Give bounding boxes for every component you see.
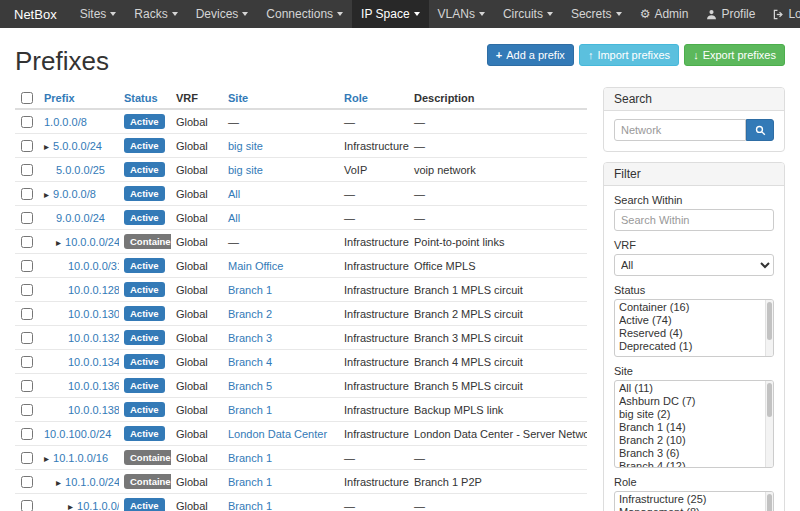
nav-item-logout[interactable]: Log out bbox=[764, 0, 800, 28]
description-cell: Point-to-point links bbox=[409, 230, 587, 254]
prefix-cell: ▸9.0.0.0/8 bbox=[39, 182, 119, 206]
prefix-link[interactable]: 10.0.0.128/31 bbox=[68, 284, 119, 296]
filter-option[interactable]: Reserved (4) bbox=[619, 327, 763, 340]
site-link[interactable]: big site bbox=[228, 140, 263, 152]
row-checkbox[interactable] bbox=[21, 308, 33, 320]
column-header-description: Description bbox=[409, 87, 587, 109]
row-checkbox[interactable] bbox=[21, 164, 33, 176]
row-checkbox[interactable] bbox=[21, 476, 33, 488]
column-header-site[interactable]: Site bbox=[223, 87, 339, 109]
prefix-link[interactable]: 10.0.0.132/31 bbox=[68, 332, 119, 344]
row-checkbox[interactable] bbox=[21, 140, 33, 152]
prefix-link[interactable]: 5.0.0.0/25 bbox=[56, 164, 105, 176]
row-checkbox[interactable] bbox=[21, 236, 33, 248]
row-checkbox[interactable] bbox=[21, 404, 33, 416]
nav-item-sites[interactable]: Sites bbox=[71, 0, 126, 28]
prefix-link[interactable]: 1.0.0.0/8 bbox=[44, 116, 87, 128]
filter-option[interactable]: Branch 4 (12) bbox=[619, 460, 763, 468]
nav-item-ip-space[interactable]: IP Space bbox=[352, 0, 428, 28]
filter-option[interactable]: Infrastructure (25) bbox=[619, 493, 763, 506]
export-prefixes-button[interactable]: ↓Export prefixes bbox=[684, 44, 785, 66]
row-checkbox[interactable] bbox=[21, 188, 33, 200]
site-link[interactable]: Branch 1 bbox=[228, 476, 272, 488]
table-row: ▸10.1.0.0/24ContainerGlobalBranch 1Infra… bbox=[15, 470, 587, 494]
site-link[interactable]: Branch 3 bbox=[228, 332, 272, 344]
row-checkbox[interactable] bbox=[21, 284, 33, 296]
column-header-status[interactable]: Status bbox=[119, 87, 171, 109]
nav-item-vlans[interactable]: VLANs bbox=[429, 0, 494, 28]
prefix-link[interactable]: 10.0.0.138/31 bbox=[68, 404, 119, 416]
search-button[interactable] bbox=[746, 119, 774, 141]
prefix-link[interactable]: 9.0.0.0/8 bbox=[53, 188, 96, 200]
site-link[interactable]: Branch 1 bbox=[228, 404, 272, 416]
prefix-cell: 10.0.0.130/31 bbox=[39, 302, 119, 326]
role-scrollbar[interactable] bbox=[765, 492, 773, 511]
add-a-prefix-button[interactable]: +Add a prefix bbox=[487, 44, 574, 66]
filter-option[interactable]: big site (2) bbox=[619, 408, 763, 421]
prefix-link[interactable]: 10.0.0.0/24 bbox=[65, 236, 119, 248]
site-link[interactable]: All bbox=[228, 212, 240, 224]
role-listbox[interactable]: Infrastructure (25)Management (8)Private… bbox=[614, 491, 774, 511]
row-checkbox[interactable] bbox=[21, 380, 33, 392]
search-within-input[interactable] bbox=[614, 209, 774, 231]
filter-option[interactable]: Container (16) bbox=[619, 301, 763, 314]
prefix-link[interactable]: 10.1.0.0/24 bbox=[65, 476, 119, 488]
nav-item-secrets[interactable]: Secrets bbox=[562, 0, 631, 28]
filter-option[interactable]: Deprecated (1) bbox=[619, 340, 763, 353]
row-checkbox[interactable] bbox=[21, 116, 33, 128]
prefix-link[interactable]: 5.0.0.0/24 bbox=[53, 140, 102, 152]
prefix-link[interactable]: 10.0.0.134/31 bbox=[68, 356, 119, 368]
site-link[interactable]: Main Office bbox=[228, 260, 283, 272]
site-link[interactable]: Branch 4 bbox=[228, 356, 272, 368]
search-input[interactable] bbox=[614, 119, 746, 141]
prefix-link[interactable]: 10.0.0.130/31 bbox=[68, 308, 119, 320]
status-scrollbar[interactable] bbox=[765, 300, 773, 356]
row-checkbox[interactable] bbox=[21, 332, 33, 344]
row-checkbox[interactable] bbox=[21, 260, 33, 272]
site-link[interactable]: Branch 2 bbox=[228, 308, 272, 320]
site-scrollbar[interactable] bbox=[765, 381, 773, 467]
vrf-select[interactable]: All bbox=[614, 254, 774, 276]
select-all-checkbox[interactable] bbox=[21, 92, 33, 104]
nav-item-circuits[interactable]: Circuits bbox=[494, 0, 562, 28]
row-checkbox[interactable] bbox=[21, 212, 33, 224]
status-badge: Active bbox=[124, 114, 165, 129]
nav-item-connections[interactable]: Connections bbox=[257, 0, 352, 28]
site-link[interactable]: Branch 1 bbox=[228, 452, 272, 464]
column-header-role[interactable]: Role bbox=[339, 87, 409, 109]
status-listbox[interactable]: Container (16)Active (74)Reserved (4)Dep… bbox=[614, 299, 774, 357]
prefix-link[interactable]: 10.1.0.0/16 bbox=[53, 452, 108, 464]
row-checkbox[interactable] bbox=[21, 500, 33, 511]
filter-option[interactable]: Active (74) bbox=[619, 314, 763, 327]
row-checkbox[interactable] bbox=[21, 428, 33, 440]
nav-item-devices[interactable]: Devices bbox=[187, 0, 258, 28]
filter-option[interactable]: Branch 3 (6) bbox=[619, 447, 763, 460]
prefix-link[interactable]: 10.0.0.136/31 bbox=[68, 380, 119, 392]
filter-option[interactable]: Branch 1 (14) bbox=[619, 421, 763, 434]
nav-item-admin[interactable]: ⚙ Admin bbox=[631, 0, 698, 28]
site-listbox[interactable]: All (11)Ashburn DC (7)big site (2)Branch… bbox=[614, 380, 774, 468]
table-row: 10.0.0.128/31ActiveGlobalBranch 1Infrast… bbox=[15, 278, 587, 302]
site-link[interactable]: Branch 1 bbox=[228, 284, 272, 296]
site-link[interactable]: Branch 1 bbox=[228, 500, 272, 511]
prefix-link[interactable]: 10.0.0.0/31 bbox=[68, 260, 119, 272]
filter-option[interactable]: All (11) bbox=[619, 382, 763, 395]
column-header-prefix[interactable]: Prefix bbox=[39, 87, 119, 109]
prefix-link[interactable]: 10.0.100.0/24 bbox=[44, 428, 111, 440]
brand-logo[interactable]: NetBox bbox=[0, 0, 71, 28]
filter-option[interactable]: Branch 2 (10) bbox=[619, 434, 763, 447]
row-checkbox[interactable] bbox=[21, 452, 33, 464]
row-checkbox[interactable] bbox=[21, 356, 33, 368]
filter-option[interactable]: Ashburn DC (7) bbox=[619, 395, 763, 408]
site-link[interactable]: Branch 5 bbox=[228, 380, 272, 392]
site-link[interactable]: All bbox=[228, 188, 240, 200]
site-link[interactable]: big site bbox=[228, 164, 263, 176]
nav-item-profile[interactable]: Profile bbox=[697, 0, 764, 28]
nav-item-racks[interactable]: Racks bbox=[125, 0, 186, 28]
filter-option[interactable]: Management (8) bbox=[619, 506, 763, 511]
site-link[interactable]: London Data Center bbox=[228, 428, 327, 440]
prefix-link[interactable]: 10.1.0.0/25 bbox=[77, 500, 119, 511]
prefix-link[interactable]: 9.0.0.0/24 bbox=[56, 212, 105, 224]
import-prefixes-button[interactable]: ↑Import prefixes bbox=[579, 44, 679, 66]
nav-item-label: IP Space bbox=[361, 7, 409, 21]
